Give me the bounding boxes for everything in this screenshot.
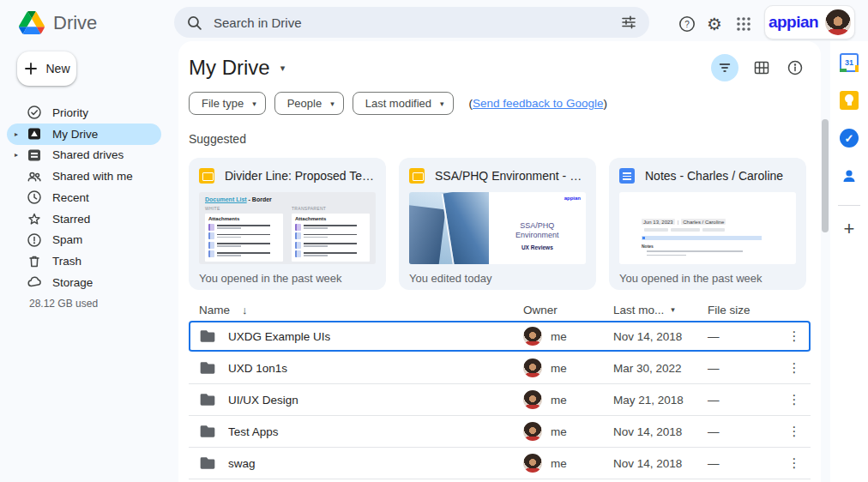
storage-used-label: 28.12 GB used [29, 298, 178, 310]
folder-icon [199, 423, 216, 440]
file-row-test-apps[interactable]: Test Apps me Nov 14, 2018 — ⋮ [189, 416, 811, 448]
search-bar[interactable] [174, 7, 649, 38]
filter-list-icon [717, 60, 732, 75]
my-drive-icon [27, 126, 42, 142]
grid-view-icon[interactable] [751, 57, 772, 78]
sidebar-item-shared-with-me[interactable]: Shared with me [7, 166, 161, 187]
sidebar-item-starred[interactable]: Starred [7, 208, 161, 230]
svg-text:?: ? [684, 20, 690, 29]
brand-wordmark: appian [769, 13, 818, 32]
suggested-cards: Divider Line: Proposed Template ... Docu… [189, 158, 811, 290]
suggested-card-notes[interactable]: Notes - Charles / Caroline Jun 13, 2023 … [609, 158, 806, 290]
docs-file-icon [619, 168, 635, 184]
more-actions-icon[interactable]: ⋮ [788, 455, 801, 470]
sidebar-item-shared-drives[interactable]: ▸ Shared drives [7, 145, 161, 166]
file-row-uxdg-example-uis[interactable]: UXDG Example UIs me Nov 14, 2018 — ⋮ [189, 321, 811, 352]
sidebar-nav: Priority ▸ My Drive ▸ Shared drives [0, 86, 178, 293]
filter-chip-people[interactable]: People ▾ [274, 92, 344, 115]
more-actions-icon[interactable]: ⋮ [788, 424, 801, 438]
new-button-label: New [45, 62, 69, 75]
sidebar-item-recent[interactable]: Recent [7, 187, 161, 208]
feedback-link-wrap: (Send feedback to Google) [469, 97, 607, 110]
chevron-down-icon: ▾ [252, 99, 256, 108]
send-feedback-link[interactable]: Send feedback to Google [473, 97, 603, 110]
column-last-modified[interactable]: Last mo... [613, 304, 664, 316]
info-icon[interactable] [785, 57, 805, 78]
folder-icon [199, 328, 216, 345]
trash-icon [27, 254, 42, 269]
chevron-down-icon[interactable]: ▾ [671, 305, 675, 314]
scrollbar[interactable] [822, 119, 829, 232]
app-title: Drive [53, 12, 97, 34]
slides-file-icon [409, 168, 425, 184]
card-thumbnail: Document List - Border WHITE Attachments [199, 192, 376, 264]
chevron-down-icon: ▾ [440, 99, 444, 108]
file-row-ui-ux-design[interactable]: UI/UX Design me May 21, 2018 — ⋮ [189, 384, 811, 416]
apps-grid-icon[interactable] [732, 13, 755, 35]
owner-avatar [523, 422, 542, 441]
drive-logo[interactable]: Drive [19, 11, 97, 34]
spam-icon [27, 232, 42, 248]
sidebar-item-priority[interactable]: Priority [7, 102, 161, 124]
card-reason: You edited today [409, 272, 586, 285]
suggested-card-divider-line[interactable]: Divider Line: Proposed Template ... Docu… [189, 158, 386, 290]
more-actions-icon[interactable]: ⋮ [788, 360, 801, 375]
file-list: Name ↓ Owner Last mo... ▾ File size UXDG… [189, 298, 811, 479]
file-list-header: Name ↓ Owner Last mo... ▾ File size [189, 298, 811, 321]
star-icon [27, 211, 42, 226]
search-options-icon[interactable] [620, 14, 637, 31]
divider [838, 205, 860, 206]
keep-icon[interactable] [839, 90, 859, 111]
more-actions-icon[interactable]: ⋮ [788, 392, 801, 407]
file-row-uxd-1on1s[interactable]: UXD 1on1s me Mar 30, 2022 — ⋮ [189, 352, 811, 384]
side-panel: 31 ✓ + [830, 41, 868, 482]
sidebar-item-spam[interactable]: Spam [7, 230, 161, 251]
slides-file-icon [199, 168, 214, 184]
cloud-icon [27, 274, 42, 290]
get-add-ons-icon[interactable]: + [844, 220, 855, 238]
settings-gear-icon[interactable]: ⚙ [703, 13, 726, 35]
user-avatar[interactable] [825, 9, 851, 35]
owner-avatar [523, 454, 542, 473]
card-reason: You opened in the past week [619, 272, 796, 285]
file-row-swag[interactable]: swag me Nov 14, 2018 — ⋮ [189, 448, 811, 479]
folder-icon [199, 455, 216, 472]
filter-chip-file-type[interactable]: File type ▾ [189, 92, 266, 115]
title-chevron-down-icon[interactable]: ▾ [280, 63, 286, 74]
suggested-card-ssa-phq[interactable]: SSA/PHQ Environment - UX Revi... appian … [399, 158, 596, 290]
search-icon[interactable] [186, 15, 202, 31]
sidebar-item-trash[interactable]: Trash [7, 250, 161, 272]
drive-logo-icon [19, 11, 45, 34]
more-actions-icon[interactable]: ⋮ [788, 328, 801, 343]
folder-icon [199, 359, 216, 377]
page-title[interactable]: My Drive [189, 56, 270, 80]
expand-arrow-icon[interactable]: ▸ [15, 151, 27, 159]
account-badge[interactable]: appian [764, 5, 855, 39]
calendar-icon[interactable]: 31 [839, 52, 859, 73]
contacts-icon[interactable] [839, 166, 859, 186]
sort-direction-icon[interactable]: ↓ [242, 304, 248, 316]
plus-icon [23, 61, 39, 76]
people-icon [27, 169, 42, 184]
tasks-icon[interactable]: ✓ [839, 128, 859, 148]
card-thumbnail: appian SSA/PHQ Environment UX Reviews [409, 192, 586, 264]
shared-drives-icon [27, 148, 42, 163]
check-circle-icon [27, 105, 42, 120]
chevron-down-icon: ▾ [330, 99, 335, 108]
column-owner[interactable]: Owner [523, 304, 558, 316]
filter-chip-last-modified[interactable]: Last modified ▾ [353, 92, 454, 115]
help-icon[interactable]: ? [676, 13, 698, 35]
search-input[interactable] [214, 15, 620, 30]
sidebar-item-storage[interactable]: Storage [7, 272, 161, 293]
card-thumbnail: Jun 13, 2023 | Charles / Caroline Notes [619, 192, 796, 264]
column-file-size[interactable]: File size [708, 304, 750, 316]
filter-toggle-button[interactable] [711, 54, 738, 81]
folder-icon [199, 391, 216, 408]
owner-avatar [523, 327, 542, 346]
buildings-photo [409, 192, 489, 264]
clock-icon [27, 190, 42, 205]
column-name[interactable]: Name [199, 304, 230, 316]
sidebar-item-my-drive[interactable]: ▸ My Drive [7, 124, 161, 145]
new-button[interactable]: New [17, 51, 76, 86]
expand-arrow-icon[interactable]: ▸ [15, 130, 27, 138]
